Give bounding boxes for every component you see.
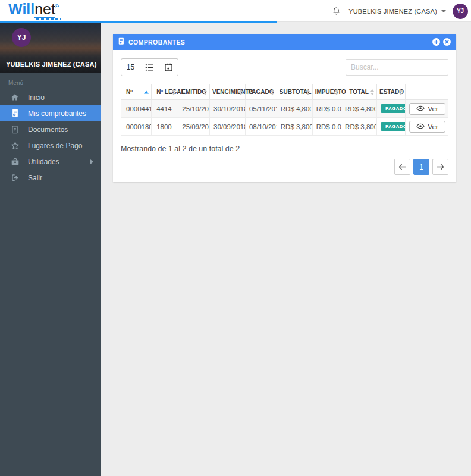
panel-title: COMPROBANTES [128,39,429,46]
chevron-down-icon [441,10,446,12]
toolbox-icon [10,157,20,166]
sidebar-item-label: Lugares de Pago [28,142,82,150]
cell-vencimiento: 30/09/2018 [210,118,246,136]
cell-legal: 1800 [152,118,178,136]
cell-estado: PAGADO [377,100,406,118]
cell-numero: 00001800 [121,118,152,136]
cell-estado: PAGADO [377,118,406,136]
table-row: 00001800 1800 25/09/2018 30/09/2018 08/1… [121,118,448,136]
column-header-subtotal[interactable]: SUBTOTAL [277,84,312,100]
cell-subtotal: RD$ 4,800.00 [277,100,312,118]
sidebar: YJ YUBELKIS JIMENEZ (CASA) Menú Inicio $… [0,22,101,476]
cell-actions: Ver [406,118,448,136]
sort-icon [172,89,175,95]
expand-icon[interactable] [432,38,440,46]
sidebar-item-label: Utilidades [28,158,59,166]
home-icon [10,93,20,102]
sidebar-item-label: Mis comprobantes [28,109,86,118]
page-size-button[interactable]: 15 [121,58,140,76]
sort-icon [370,89,374,95]
cell-subtotal: RD$ 3,800.00 [277,118,312,136]
status-badge: PAGADO [381,122,406,131]
arrow-right-icon [437,164,444,170]
table-toolbar: 15 [121,58,448,76]
page-number-button[interactable]: 1 [413,159,429,175]
cell-total: RD$ 3,800.00 [341,118,377,136]
sort-asc-icon [144,90,149,93]
panel-header: COMPROBANTES [113,34,456,50]
cell-total: RD$ 4,800.00 [341,100,377,118]
sort-icon [271,89,274,95]
sort-icon [306,89,310,95]
sidebar-item-lugares-de-pago[interactable]: Lugares de Pago [0,137,101,154]
cell-legal: 4414 [152,100,178,118]
avatar[interactable]: YJ [453,4,468,19]
prev-page-button[interactable] [394,159,410,175]
sidebar-item-label: Inicio [28,93,45,102]
bell-icon[interactable] [331,5,342,17]
column-header-numero[interactable]: Nº [121,84,152,100]
table-header-row: Nº Nº LEGAL EMITIDO VENCIMIENTO PAGADO S… [121,84,448,100]
sidebar-item-label: Salir [28,174,42,182]
status-badge: PAGADO [381,104,406,113]
cell-vencimiento: 30/10/2018 [210,100,246,118]
table-summary: Mostrando de 1 al 2 de un total de 2 [121,145,448,153]
cell-pagado: 08/10/2018 [245,118,277,136]
profile-name: YUBELKIS JIMENEZ (CASA) [6,61,97,68]
sidebar-item-salir[interactable]: Salir [0,170,101,186]
cell-numero: 00004414 [121,100,152,118]
column-header-emitido[interactable]: EMITIDO [178,84,210,100]
sidebar-item-utilidades[interactable]: Utilidades [0,154,101,170]
cell-actions: Ver [406,100,448,118]
progress-bar [0,21,277,23]
logout-icon [10,173,20,182]
arrow-left-icon [398,164,406,170]
panel-body: 15 Nº Nº LEGAL EMITIDO [113,50,456,182]
logo-tagline [36,18,61,20]
star-icon [10,141,20,151]
column-header-impuesto[interactable]: IMPUESTO [312,84,341,100]
sort-icon [335,89,338,95]
column-header-vencimiento[interactable]: VENCIMIENTO [210,84,246,100]
sort-icon [239,89,243,95]
chevron-right-icon [90,159,93,164]
ver-button[interactable]: Ver [409,121,445,133]
list-view-icon[interactable] [140,58,159,76]
column-header-actions [406,84,448,100]
cell-emitido: 25/10/2018 [178,100,210,118]
cell-impuesto: RD$ 0.00 [312,118,341,136]
column-header-pagado[interactable]: PAGADO [245,84,277,100]
table-row: 00004414 4414 25/10/2018 30/10/2018 05/1… [121,100,448,118]
sidebar-item-inicio[interactable]: Inicio [0,89,101,105]
document-icon [10,125,20,134]
receipt-icon: $ [10,108,20,118]
user-name: YUBELKIS JIMENEZ (CASA) [348,8,437,15]
sidebar-menu: Inicio $ Mis comprobantes Documentos Lug… [0,89,101,186]
sidebar-item-label: Documentos [28,126,68,134]
profile-avatar[interactable]: YJ [12,28,31,47]
eye-icon [416,123,425,130]
cell-pagado: 05/11/2018 [245,100,277,118]
sidebar-item-mis-comprobantes[interactable]: $ Mis comprobantes [0,105,101,121]
cell-emitido: 25/09/2018 [178,118,210,136]
pagination: 1 [121,159,448,175]
logo[interactable]: Willnet [8,1,62,18]
comprobantes-panel: COMPROBANTES 15 [113,34,456,182]
sidebar-profile: YJ YUBELKIS JIMENEZ (CASA) [0,22,101,73]
logo-text-will: Will [8,1,34,17]
close-icon[interactable] [443,38,451,46]
cell-impuesto: RD$ 0.00 [312,100,341,118]
next-page-button[interactable] [432,159,448,175]
table-tools: 15 [121,58,178,76]
column-header-legal[interactable]: Nº LEGAL [152,84,178,100]
search-input[interactable] [346,59,448,76]
ver-button[interactable]: Ver [409,103,445,115]
user-menu[interactable]: YUBELKIS JIMENEZ (CASA) [348,8,446,15]
column-header-total[interactable]: TOTAL [341,84,377,100]
sort-icon [399,89,403,95]
sidebar-item-documentos[interactable]: Documentos [0,121,101,137]
calendar-icon[interactable] [159,58,178,76]
column-header-estado[interactable]: ESTADO [377,84,406,100]
sort-icon [203,89,207,95]
panel-receipt-icon [118,37,125,47]
